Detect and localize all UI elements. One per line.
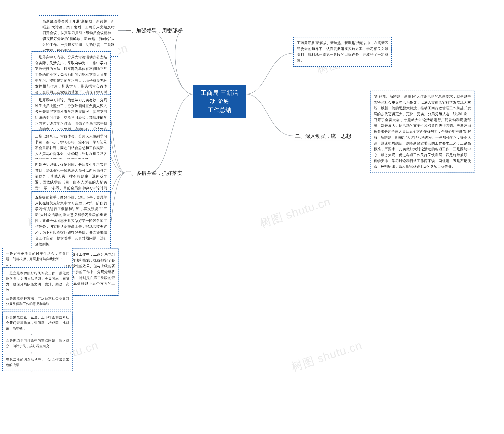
leftlist-item-4[interactable]: 四是采取自查、互查、上下排查和面向社会开门查等措施，查问题、析成因、找对策、搞整… bbox=[2, 312, 73, 334]
leftlist-item-2[interactable]: 二是立足本职抓好行风评议工作，强化优质服务，文明执法意识，全局同志共同努力，确保… bbox=[2, 267, 73, 296]
leftlist-item-6[interactable]: 在第二段的调查活动中，一定会作出更出色的成绩。 bbox=[2, 354, 73, 371]
leftlist-layer: 一是召开高质量的民主生活会，查摆问题，剖析根源，开展批评与自我批评； 二是立足本… bbox=[0, 0, 504, 434]
leftlist-item-1[interactable]: 一是召开高质量的民主生活会，查摆问题，剖析根源，开展批评与自我批评； bbox=[2, 248, 73, 265]
leftlist-item-5[interactable]: 五是围绕学习讨论中的重点问题，深入群众，问计于民，搞好调查研究； bbox=[2, 335, 73, 352]
leftlist-item-3[interactable]: 三是采取多种方法，广泛征求社会各界对分局队伍和工作的意见和建议； bbox=[2, 293, 73, 310]
